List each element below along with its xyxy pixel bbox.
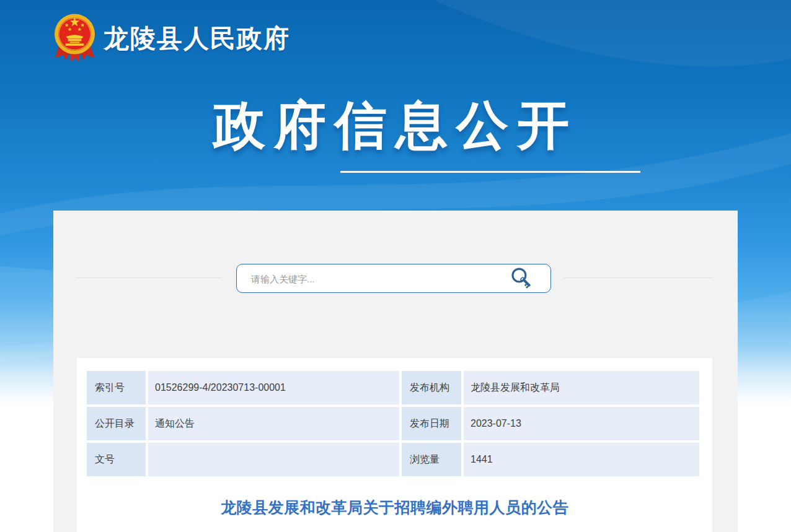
page-background: 龙陵县人民政府 政府信息公开 — [0, 0, 791, 532]
site-name: 龙陵县人民政府 — [104, 22, 290, 56]
meta-label-view-count: 浏览量 — [402, 443, 461, 476]
page-title: 政府信息公开 — [0, 90, 791, 161]
search-box — [236, 264, 551, 293]
meta-label-pub-date: 发布日期 — [402, 407, 461, 440]
meta-value-index-no: 01526299-4/20230713-00001 — [148, 371, 399, 404]
meta-value-pub-date: 2023-07-13 — [464, 407, 699, 440]
meta-value-category: 通知公告 — [148, 407, 399, 440]
document-meta-table: 索引号 01526299-4/20230713-00001 发布机构 龙陵县发展… — [87, 371, 699, 476]
meta-value-publisher: 龙陵县发展和改革局 — [464, 371, 699, 404]
search-divider-right — [563, 277, 713, 278]
meta-label-doc-no: 文号 — [87, 443, 146, 476]
document-panel: 索引号 01526299-4/20230713-00001 发布机构 龙陵县发展… — [77, 358, 712, 532]
banner-underline — [340, 171, 640, 173]
meta-label-publisher: 发布机构 — [402, 371, 461, 404]
content-card: 索引号 01526299-4/20230713-00001 发布机构 龙陵县发展… — [53, 211, 738, 532]
meta-label-index-no: 索引号 — [87, 371, 146, 404]
search-row — [53, 264, 738, 293]
search-input[interactable] — [250, 264, 513, 294]
article-title: 龙陵县发展和改革局关于招聘编外聘用人员的公告 — [77, 497, 712, 518]
national-emblem-icon — [54, 11, 95, 66]
search-key-icon — [510, 266, 534, 291]
meta-label-category: 公开目录 — [87, 407, 146, 440]
meta-value-doc-no — [148, 443, 399, 476]
site-logo[interactable]: 龙陵县人民政府 — [54, 11, 290, 66]
search-divider-left — [76, 277, 222, 278]
search-button[interactable] — [510, 266, 534, 291]
meta-value-view-count: 1441 — [464, 443, 699, 476]
